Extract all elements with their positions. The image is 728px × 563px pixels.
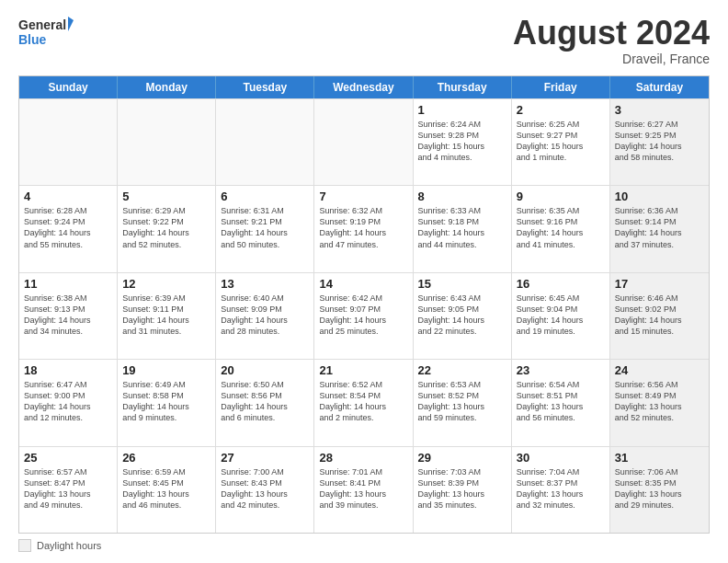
day-number: 20: [221, 363, 309, 377]
cell-info: Sunrise: 6:49 AM Sunset: 8:58 PM Dayligh…: [122, 379, 210, 424]
day-number: 29: [418, 451, 506, 465]
cell-info: Sunrise: 6:47 AM Sunset: 9:00 PM Dayligh…: [24, 379, 112, 424]
day-number: 28: [319, 451, 407, 465]
cal-cell: 9Sunrise: 6:35 AM Sunset: 9:16 PM Daylig…: [512, 186, 610, 271]
cal-cell: [216, 99, 314, 185]
cal-cell: 24Sunrise: 6:56 AM Sunset: 8:49 PM Dayli…: [610, 360, 709, 445]
cell-info: Sunrise: 6:29 AM Sunset: 9:22 PM Dayligh…: [122, 205, 210, 250]
day-number: 4: [24, 190, 112, 203]
cal-cell: 12Sunrise: 6:39 AM Sunset: 9:11 PM Dayli…: [118, 273, 216, 359]
title-block: August 2024 Draveil, France: [513, 15, 710, 66]
cal-cell: 7Sunrise: 6:32 AM Sunset: 9:19 PM Daylig…: [314, 186, 413, 271]
cal-cell: 2Sunrise: 6:25 AM Sunset: 9:27 PM Daylig…: [512, 99, 610, 185]
day-number: 1: [418, 103, 506, 117]
day-number: 6: [221, 190, 309, 203]
daylight-indicator: [18, 539, 31, 552]
month-year-title: August 2024: [513, 15, 710, 52]
cal-cell: 10Sunrise: 6:36 AM Sunset: 9:14 PM Dayli…: [610, 186, 709, 271]
svg-text:General: General: [18, 17, 66, 32]
calendar: SundayMondayTuesdayWednesdayThursdayFrid…: [18, 75, 710, 534]
day-number: 8: [418, 190, 506, 203]
cal-row-4: 25Sunrise: 6:57 AM Sunset: 8:47 PM Dayli…: [19, 446, 709, 533]
cal-cell: 20Sunrise: 6:50 AM Sunset: 8:56 PM Dayli…: [216, 360, 314, 445]
cell-info: Sunrise: 6:24 AM Sunset: 9:28 PM Dayligh…: [418, 119, 506, 164]
day-number: 19: [122, 363, 210, 377]
cal-cell: [118, 99, 216, 185]
day-number: 22: [418, 363, 506, 377]
cal-row-0: 1Sunrise: 6:24 AM Sunset: 9:28 PM Daylig…: [19, 98, 709, 185]
cal-cell: 3Sunrise: 6:27 AM Sunset: 9:25 PM Daylig…: [610, 99, 709, 185]
day-number: 5: [122, 190, 210, 203]
cal-cell: 14Sunrise: 6:42 AM Sunset: 9:07 PM Dayli…: [314, 273, 413, 359]
cell-info: Sunrise: 6:33 AM Sunset: 9:18 PM Dayligh…: [418, 205, 506, 250]
cal-cell: 29Sunrise: 7:03 AM Sunset: 8:39 PM Dayli…: [414, 447, 512, 533]
cal-cell: 31Sunrise: 7:06 AM Sunset: 8:35 PM Dayli…: [610, 447, 709, 533]
cell-info: Sunrise: 6:36 AM Sunset: 9:14 PM Dayligh…: [615, 205, 704, 250]
cell-info: Sunrise: 6:57 AM Sunset: 8:47 PM Dayligh…: [24, 466, 112, 511]
cal-cell: 17Sunrise: 6:46 AM Sunset: 9:02 PM Dayli…: [610, 273, 709, 359]
cal-cell: 22Sunrise: 6:53 AM Sunset: 8:52 PM Dayli…: [414, 360, 512, 445]
cal-cell: 1Sunrise: 6:24 AM Sunset: 9:28 PM Daylig…: [414, 99, 512, 185]
cell-info: Sunrise: 6:53 AM Sunset: 8:52 PM Dayligh…: [418, 379, 506, 424]
cal-cell: 19Sunrise: 6:49 AM Sunset: 8:58 PM Dayli…: [118, 360, 216, 445]
cell-info: Sunrise: 7:04 AM Sunset: 8:37 PM Dayligh…: [517, 466, 605, 511]
cal-row-1: 4Sunrise: 6:28 AM Sunset: 9:24 PM Daylig…: [19, 185, 709, 271]
day-number: 13: [221, 277, 309, 291]
cell-info: Sunrise: 6:40 AM Sunset: 9:09 PM Dayligh…: [221, 293, 309, 338]
cell-info: Sunrise: 6:56 AM Sunset: 8:49 PM Dayligh…: [615, 379, 704, 424]
cell-info: Sunrise: 6:52 AM Sunset: 8:54 PM Dayligh…: [319, 379, 407, 424]
cell-info: Sunrise: 6:27 AM Sunset: 9:25 PM Dayligh…: [615, 119, 704, 164]
cell-info: Sunrise: 6:39 AM Sunset: 9:11 PM Dayligh…: [122, 293, 210, 338]
cal-cell: 16Sunrise: 6:45 AM Sunset: 9:04 PM Dayli…: [512, 273, 610, 359]
cal-cell: 21Sunrise: 6:52 AM Sunset: 8:54 PM Dayli…: [314, 360, 413, 445]
day-number: 21: [319, 363, 407, 377]
cell-info: Sunrise: 6:38 AM Sunset: 9:13 PM Dayligh…: [24, 293, 112, 338]
day-number: 10: [615, 190, 704, 203]
cell-info: Sunrise: 6:31 AM Sunset: 9:21 PM Dayligh…: [221, 205, 309, 250]
cal-cell: 11Sunrise: 6:38 AM Sunset: 9:13 PM Dayli…: [19, 273, 118, 359]
day-number: 26: [122, 451, 210, 465]
header-cell-sunday: Sunday: [19, 76, 118, 98]
day-number: 12: [122, 277, 210, 291]
cell-info: Sunrise: 6:42 AM Sunset: 9:07 PM Dayligh…: [319, 293, 407, 338]
header-cell-monday: Monday: [118, 76, 216, 98]
day-number: 15: [418, 277, 506, 291]
logo: General Blue: [18, 15, 74, 48]
cell-info: Sunrise: 6:28 AM Sunset: 9:24 PM Dayligh…: [24, 205, 112, 250]
calendar-header: SundayMondayTuesdayWednesdayThursdayFrid…: [19, 76, 709, 98]
cal-cell: 6Sunrise: 6:31 AM Sunset: 9:21 PM Daylig…: [216, 186, 314, 271]
cell-info: Sunrise: 7:06 AM Sunset: 8:35 PM Dayligh…: [615, 466, 704, 511]
cal-cell: 5Sunrise: 6:29 AM Sunset: 9:22 PM Daylig…: [118, 186, 216, 271]
cell-info: Sunrise: 6:25 AM Sunset: 9:27 PM Dayligh…: [517, 119, 605, 164]
header: General Blue August 2024 Draveil, France: [18, 15, 710, 66]
day-number: 14: [319, 277, 407, 291]
cal-cell: 23Sunrise: 6:54 AM Sunset: 8:51 PM Dayli…: [512, 360, 610, 445]
cal-row-3: 18Sunrise: 6:47 AM Sunset: 9:00 PM Dayli…: [19, 359, 709, 445]
cal-cell: 18Sunrise: 6:47 AM Sunset: 9:00 PM Dayli…: [19, 360, 118, 445]
cell-info: Sunrise: 6:59 AM Sunset: 8:45 PM Dayligh…: [122, 466, 210, 511]
cal-cell: 25Sunrise: 6:57 AM Sunset: 8:47 PM Dayli…: [19, 447, 118, 533]
page: General Blue August 2024 Draveil, France…: [0, 0, 728, 563]
cell-info: Sunrise: 6:50 AM Sunset: 8:56 PM Dayligh…: [221, 379, 309, 424]
cal-cell: 30Sunrise: 7:04 AM Sunset: 8:37 PM Dayli…: [512, 447, 610, 533]
day-number: 18: [24, 363, 112, 377]
day-number: 11: [24, 277, 112, 291]
cell-info: Sunrise: 6:54 AM Sunset: 8:51 PM Dayligh…: [517, 379, 605, 424]
location-label: Draveil, France: [513, 52, 710, 66]
cal-cell: 26Sunrise: 6:59 AM Sunset: 8:45 PM Dayli…: [118, 447, 216, 533]
cell-info: Sunrise: 7:03 AM Sunset: 8:39 PM Dayligh…: [418, 466, 506, 511]
day-number: 25: [24, 451, 112, 465]
cell-info: Sunrise: 6:45 AM Sunset: 9:04 PM Dayligh…: [517, 293, 605, 338]
day-number: 3: [615, 103, 704, 117]
header-cell-saturday: Saturday: [610, 76, 709, 98]
cal-cell: [19, 99, 118, 185]
svg-marker-2: [68, 17, 74, 31]
day-number: 23: [517, 363, 605, 377]
day-number: 27: [221, 451, 309, 465]
day-number: 9: [517, 190, 605, 203]
cell-info: Sunrise: 6:46 AM Sunset: 9:02 PM Dayligh…: [615, 293, 704, 338]
cell-info: Sunrise: 6:35 AM Sunset: 9:16 PM Dayligh…: [517, 205, 605, 250]
cal-cell: 13Sunrise: 6:40 AM Sunset: 9:09 PM Dayli…: [216, 273, 314, 359]
calendar-body: 1Sunrise: 6:24 AM Sunset: 9:28 PM Daylig…: [19, 98, 709, 533]
cell-info: Sunrise: 7:00 AM Sunset: 8:43 PM Dayligh…: [221, 466, 309, 511]
